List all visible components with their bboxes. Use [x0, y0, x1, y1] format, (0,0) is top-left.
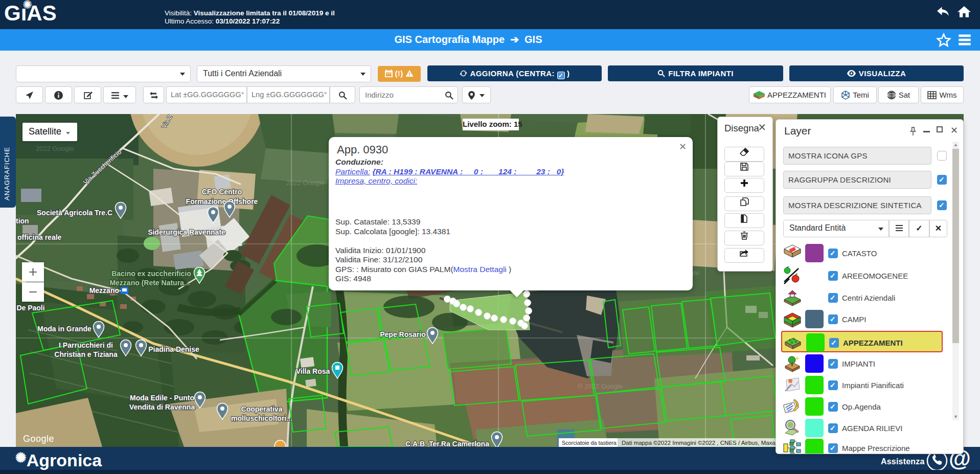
svg-text:Cooperativa: Cooperativa: [241, 405, 283, 413]
svg-text:Moda Edile - Punto: Moda Edile - Punto: [130, 394, 194, 402]
svg-text:© 2022 Google: © 2022 Google: [578, 382, 623, 390]
svg-text:molluschicoltori...: molluschicoltori...: [231, 414, 292, 422]
svg-text:Vendita di Ravenna: Vendita di Ravenna: [129, 403, 195, 411]
svg-text:Siderurgica Ravennate: Siderurgica Ravennate: [148, 228, 225, 236]
svg-text:Scorciatoie da tastiera: Scorciatoie da tastiera: [562, 440, 617, 446]
svg-text:officina reale: officina reale: [17, 233, 62, 241]
svg-text:2022 Google: 2022 Google: [286, 179, 324, 187]
svg-text:Moda in Grande: Moda in Grande: [37, 325, 92, 333]
svg-text:Mezzano: Mezzano: [89, 286, 119, 295]
svg-text:C.A.B. Ter.Ra Camerlona: C.A.B. Ter.Ra Camerlona: [405, 440, 489, 447]
svg-text:2022 Google: 2022 Google: [36, 145, 74, 152]
svg-text:Dati mappa ©2022 Immagini ©202: Dati mappa ©2022 Immagini ©2022 , CNES /…: [622, 440, 783, 446]
svg-text:Società Agricola Tre.C: Società Agricola Tre.C: [37, 209, 112, 217]
svg-text:Bacino ex zuccherificio: Bacino ex zuccherificio: [111, 269, 191, 278]
svg-text:I Parrucchieri di: I Parrucchieri di: [59, 341, 113, 349]
svg-text:De Paoli: De Paoli: [16, 304, 44, 312]
svg-text:tion: tion: [16, 217, 29, 225]
svg-text:Pepe Rosario: Pepe Rosario: [380, 330, 425, 338]
svg-text:Christian e Tiziana: Christian e Tiziana: [54, 350, 118, 358]
svg-text:CFO Centro: CFO Centro: [202, 188, 242, 196]
svg-text:Villa Rosa: Villa Rosa: [296, 367, 330, 375]
svg-text:Mezzano (Rete Natura...: Mezzano (Rete Natura...: [109, 279, 190, 287]
svg-text:Piadina Denise: Piadina Denise: [148, 345, 199, 353]
svg-text:Formazione Offshore: Formazione Offshore: [186, 197, 258, 206]
